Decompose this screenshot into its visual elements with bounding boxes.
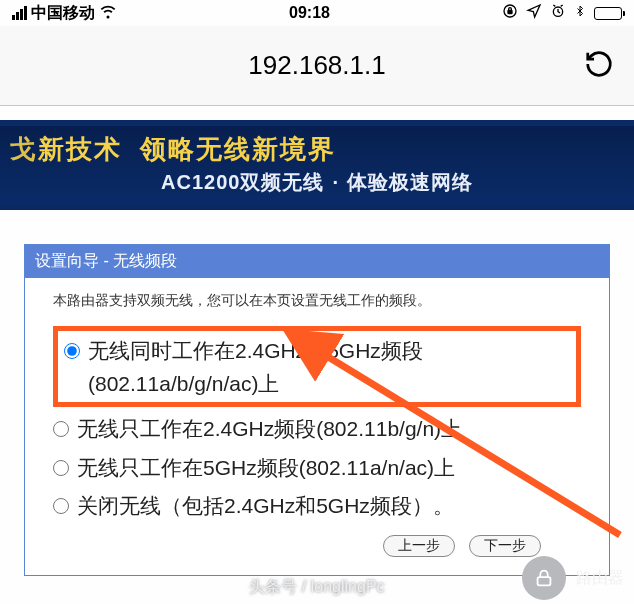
next-button[interactable]: 下一步 xyxy=(469,535,541,557)
url-text: 192.168.1.1 xyxy=(248,50,385,81)
watermark-text: 头条号 / longlingPc xyxy=(249,578,384,595)
option-24ghz[interactable]: 无线只工作在2.4GHz频段(802.11b/g/n)上 xyxy=(53,413,581,446)
status-right xyxy=(502,3,622,23)
clock: 09:18 xyxy=(289,4,330,22)
alarm-icon xyxy=(550,3,566,23)
status-bar: 中国移动 09:18 xyxy=(0,0,634,26)
option-dual-band[interactable]: 无线同时工作在2.4GHz和5GHz频段(802.11a/b/g/n/ac)上 xyxy=(64,335,570,400)
wizard-panel: 设置向导 - 无线频段 本路由器支持双频无线，您可以在本页设置无线工作的频段。 … xyxy=(24,244,610,576)
carrier-label: 中国移动 xyxy=(31,3,95,24)
location-icon xyxy=(526,3,542,23)
orientation-lock-icon xyxy=(502,3,518,23)
svg-rect-1 xyxy=(508,10,512,13)
radio-dual-band[interactable] xyxy=(64,343,80,359)
radio-group: 无线同时工作在2.4GHz和5GHz频段(802.11a/b/g/n/ac)上 … xyxy=(53,326,581,523)
address-bar[interactable]: 192.168.1.1 xyxy=(0,26,634,106)
radio-24ghz[interactable] xyxy=(53,421,69,437)
banner-title: 戈新技术 领略无线新境界 xyxy=(10,132,624,167)
reload-icon[interactable] xyxy=(584,49,614,83)
banner-chopped-char: 戈 xyxy=(10,134,38,164)
radio-5ghz[interactable] xyxy=(53,460,69,476)
wifi-icon xyxy=(99,2,117,24)
option-5ghz[interactable]: 无线只工作在5GHz频段(802.11a/n/ac)上 xyxy=(53,452,581,485)
status-left: 中国移动 xyxy=(12,2,117,24)
radio-off[interactable] xyxy=(53,498,69,514)
promo-banner: 戈新技术 领略无线新境界 AC1200双频无线·体验极速网络 xyxy=(0,120,634,210)
banner-subtitle: AC1200双频无线·体验极速网络 xyxy=(10,169,624,196)
panel-description: 本路由器支持双频无线，您可以在本页设置无线工作的频段。 xyxy=(53,292,581,310)
signal-icon xyxy=(12,6,27,20)
battery-icon xyxy=(594,7,622,20)
option-off[interactable]: 关闭无线（包括2.4GHz和5GHz频段）。 xyxy=(53,490,581,523)
button-row: 上一步 下一步 xyxy=(53,523,581,557)
bluetooth-icon xyxy=(574,3,586,23)
highlight-box: 无线同时工作在2.4GHz和5GHz频段(802.11a/b/g/n/ac)上 xyxy=(53,326,581,407)
panel-header: 设置向导 - 无线频段 xyxy=(25,245,609,278)
prev-button[interactable]: 上一步 xyxy=(383,535,455,557)
